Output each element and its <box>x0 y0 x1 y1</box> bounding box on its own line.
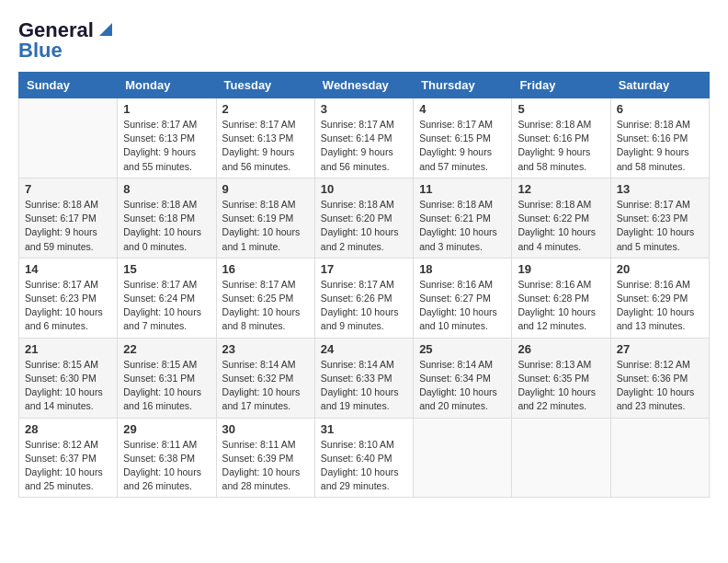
daylight-text: Daylight: 10 hours and 29 minutes. <box>321 465 407 493</box>
daylight-text: Daylight: 10 hours and 7 minutes. <box>123 305 210 333</box>
day-info: Sunrise: 8:18 AMSunset: 6:18 PMDaylight:… <box>123 198 210 254</box>
day-number: 2 <box>222 102 309 116</box>
daylight-text: Daylight: 9 hours and 55 minutes. <box>123 145 210 173</box>
day-number: 30 <box>222 422 309 436</box>
day-info: Sunrise: 8:18 AMSunset: 6:16 PMDaylight:… <box>617 118 703 174</box>
column-header-wednesday: Wednesday <box>314 73 413 98</box>
day-info: Sunrise: 8:17 AMSunset: 6:23 PMDaylight:… <box>25 278 111 334</box>
calendar-week-row: 1Sunrise: 8:17 AMSunset: 6:13 PMDaylight… <box>19 98 710 178</box>
sunset-text: Sunset: 6:23 PM <box>25 292 111 305</box>
calendar-cell: 24Sunrise: 8:14 AMSunset: 6:33 PMDayligh… <box>314 338 413 418</box>
calendar-cell: 7Sunrise: 8:18 AMSunset: 6:17 PMDaylight… <box>19 178 118 258</box>
sunset-text: Sunset: 6:25 PM <box>222 292 309 305</box>
calendar-week-row: 28Sunrise: 8:12 AMSunset: 6:37 PMDayligh… <box>19 418 710 498</box>
sunrise-text: Sunrise: 8:16 AM <box>617 278 703 292</box>
calendar-cell: 20Sunrise: 8:16 AMSunset: 6:29 PMDayligh… <box>610 258 709 338</box>
day-info: Sunrise: 8:17 AMSunset: 6:24 PMDaylight:… <box>123 278 210 334</box>
sunrise-text: Sunrise: 8:16 AM <box>419 278 506 292</box>
day-number: 4 <box>419 102 506 116</box>
calendar-cell: 2Sunrise: 8:17 AMSunset: 6:13 PMDaylight… <box>216 98 314 178</box>
column-header-sunday: Sunday <box>19 73 118 98</box>
day-info: Sunrise: 8:17 AMSunset: 6:25 PMDaylight:… <box>222 278 309 334</box>
daylight-text: Daylight: 10 hours and 25 minutes. <box>25 465 111 493</box>
day-number: 28 <box>25 422 111 436</box>
sunrise-text: Sunrise: 8:17 AM <box>222 278 309 292</box>
day-info: Sunrise: 8:13 AMSunset: 6:35 PMDaylight:… <box>518 358 604 414</box>
day-info: Sunrise: 8:18 AMSunset: 6:21 PMDaylight:… <box>419 198 506 254</box>
day-number: 9 <box>222 182 309 196</box>
sunrise-text: Sunrise: 8:14 AM <box>222 358 309 372</box>
day-info: Sunrise: 8:11 AMSunset: 6:39 PMDaylight:… <box>222 438 309 494</box>
sunrise-text: Sunrise: 8:17 AM <box>25 278 111 292</box>
day-info: Sunrise: 8:17 AMSunset: 6:23 PMDaylight:… <box>617 198 703 254</box>
daylight-text: Daylight: 10 hours and 1 minute. <box>222 225 309 253</box>
daylight-text: Daylight: 10 hours and 9 minutes. <box>321 305 407 333</box>
daylight-text: Daylight: 9 hours and 56 minutes. <box>222 145 309 173</box>
daylight-text: Daylight: 10 hours and 5 minutes. <box>617 225 703 253</box>
daylight-text: Daylight: 9 hours and 56 minutes. <box>321 145 407 173</box>
sunset-text: Sunset: 6:20 PM <box>321 212 407 225</box>
calendar-cell: 23Sunrise: 8:14 AMSunset: 6:32 PMDayligh… <box>216 338 314 418</box>
sunrise-text: Sunrise: 8:18 AM <box>419 198 506 212</box>
day-number: 13 <box>617 182 703 196</box>
sunrise-text: Sunrise: 8:17 AM <box>419 118 506 132</box>
day-info: Sunrise: 8:15 AMSunset: 6:31 PMDaylight:… <box>123 358 210 414</box>
sunrise-text: Sunrise: 8:15 AM <box>123 358 210 372</box>
day-info: Sunrise: 8:17 AMSunset: 6:26 PMDaylight:… <box>321 278 407 334</box>
calendar-header-row: SundayMondayTuesdayWednesdayThursdayFrid… <box>19 73 710 98</box>
calendar-cell: 6Sunrise: 8:18 AMSunset: 6:16 PMDaylight… <box>610 98 709 178</box>
sunset-text: Sunset: 6:23 PM <box>617 212 703 225</box>
day-info: Sunrise: 8:17 AMSunset: 6:13 PMDaylight:… <box>222 118 309 174</box>
day-info: Sunrise: 8:17 AMSunset: 6:13 PMDaylight:… <box>123 118 210 174</box>
logo-icon <box>96 19 116 40</box>
sunrise-text: Sunrise: 8:17 AM <box>123 278 210 292</box>
day-number: 21 <box>25 342 111 356</box>
calendar-cell: 18Sunrise: 8:16 AMSunset: 6:27 PMDayligh… <box>414 258 512 338</box>
column-header-monday: Monday <box>118 73 216 98</box>
column-header-saturday: Saturday <box>610 73 709 98</box>
daylight-text: Daylight: 9 hours and 58 minutes. <box>617 145 703 173</box>
calendar-cell: 10Sunrise: 8:18 AMSunset: 6:20 PMDayligh… <box>314 178 413 258</box>
calendar-week-row: 7Sunrise: 8:18 AMSunset: 6:17 PMDaylight… <box>19 178 710 258</box>
day-info: Sunrise: 8:18 AMSunset: 6:16 PMDaylight:… <box>518 118 604 174</box>
sunset-text: Sunset: 6:31 PM <box>123 372 210 385</box>
calendar-cell: 1Sunrise: 8:17 AMSunset: 6:13 PMDaylight… <box>118 98 216 178</box>
sunrise-text: Sunrise: 8:18 AM <box>25 198 111 212</box>
column-header-friday: Friday <box>512 73 610 98</box>
day-number: 16 <box>222 262 309 276</box>
sunrise-text: Sunrise: 8:13 AM <box>518 358 604 372</box>
sunset-text: Sunset: 6:32 PM <box>222 372 309 385</box>
day-info: Sunrise: 8:16 AMSunset: 6:28 PMDaylight:… <box>518 278 604 334</box>
calendar-week-row: 21Sunrise: 8:15 AMSunset: 6:30 PMDayligh… <box>19 338 710 418</box>
calendar-cell: 9Sunrise: 8:18 AMSunset: 6:19 PMDaylight… <box>216 178 314 258</box>
day-number: 8 <box>123 182 210 196</box>
sunrise-text: Sunrise: 8:14 AM <box>419 358 506 372</box>
day-number: 24 <box>321 342 407 356</box>
page-header: General Blue <box>18 18 710 63</box>
svg-marker-0 <box>99 23 112 36</box>
day-number: 29 <box>123 422 210 436</box>
day-info: Sunrise: 8:17 AMSunset: 6:14 PMDaylight:… <box>321 118 407 174</box>
sunrise-text: Sunrise: 8:17 AM <box>617 198 703 212</box>
sunset-text: Sunset: 6:17 PM <box>25 212 111 225</box>
day-number: 31 <box>321 422 407 436</box>
daylight-text: Daylight: 10 hours and 17 minutes. <box>222 385 309 413</box>
day-info: Sunrise: 8:18 AMSunset: 6:20 PMDaylight:… <box>321 198 407 254</box>
sunrise-text: Sunrise: 8:18 AM <box>518 118 604 132</box>
sunset-text: Sunset: 6:34 PM <box>419 372 506 385</box>
day-number: 17 <box>321 262 407 276</box>
calendar-cell <box>512 418 610 498</box>
sunset-text: Sunset: 6:19 PM <box>222 212 309 225</box>
sunset-text: Sunset: 6:14 PM <box>321 132 407 145</box>
sunrise-text: Sunrise: 8:10 AM <box>321 438 407 452</box>
sunrise-text: Sunrise: 8:17 AM <box>321 118 407 132</box>
column-header-thursday: Thursday <box>414 73 512 98</box>
sunset-text: Sunset: 6:37 PM <box>25 452 111 465</box>
daylight-text: Daylight: 9 hours and 58 minutes. <box>518 145 604 173</box>
daylight-text: Daylight: 10 hours and 28 minutes. <box>222 465 309 493</box>
sunset-text: Sunset: 6:27 PM <box>419 292 506 305</box>
day-number: 27 <box>617 342 703 356</box>
daylight-text: Daylight: 10 hours and 16 minutes. <box>123 385 210 413</box>
day-number: 23 <box>222 342 309 356</box>
calendar-cell: 29Sunrise: 8:11 AMSunset: 6:38 PMDayligh… <box>118 418 216 498</box>
